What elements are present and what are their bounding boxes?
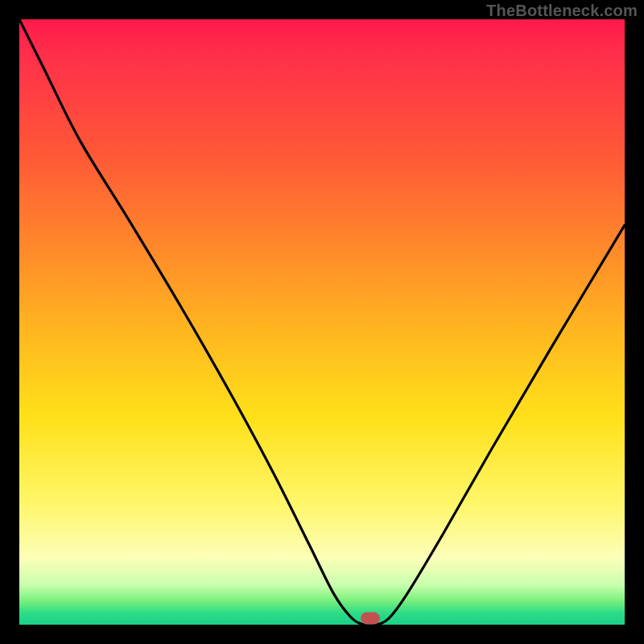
chart-frame: TheBottleneck.com [0,0,644,644]
plot-area [19,19,625,625]
bottleneck-curve [19,19,625,625]
watermark-text: TheBottleneck.com [486,2,638,20]
curve-svg [19,19,625,625]
optimal-marker [361,613,380,625]
